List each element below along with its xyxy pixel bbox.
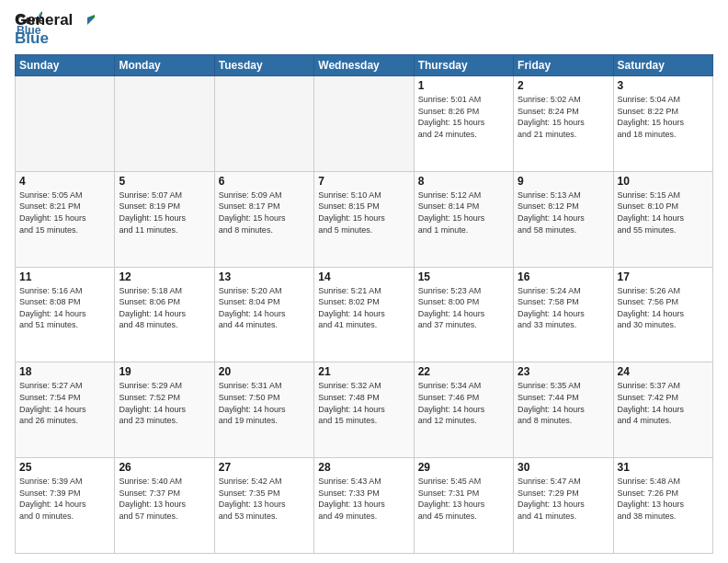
calendar-cell bbox=[16, 76, 115, 172]
day-number: 14 bbox=[318, 270, 409, 283]
calendar-cell: 12Sunrise: 5:18 AM Sunset: 8:06 PM Dayli… bbox=[115, 267, 214, 362]
day-info: Sunrise: 5:26 AM Sunset: 7:56 PM Dayligh… bbox=[618, 285, 709, 331]
calendar-cell: 1Sunrise: 5:01 AM Sunset: 8:26 PM Daylig… bbox=[414, 76, 513, 172]
day-number: 26 bbox=[119, 461, 210, 474]
day-number: 23 bbox=[518, 365, 609, 378]
day-info: Sunrise: 5:10 AM Sunset: 8:15 PM Dayligh… bbox=[318, 190, 409, 236]
day-info: Sunrise: 5:40 AM Sunset: 7:37 PM Dayligh… bbox=[119, 476, 210, 522]
day-number: 12 bbox=[119, 270, 210, 283]
logo-blue: Blue bbox=[15, 29, 73, 48]
day-info: Sunrise: 5:29 AM Sunset: 7:52 PM Dayligh… bbox=[119, 380, 210, 426]
weekday-header-saturday: Saturday bbox=[613, 55, 712, 76]
calendar-cell: 2Sunrise: 5:02 AM Sunset: 8:24 PM Daylig… bbox=[514, 76, 613, 172]
day-info: Sunrise: 5:37 AM Sunset: 7:42 PM Dayligh… bbox=[618, 380, 709, 426]
calendar-cell: 3Sunrise: 5:04 AM Sunset: 8:22 PM Daylig… bbox=[613, 76, 712, 172]
day-number: 11 bbox=[19, 270, 110, 283]
day-info: Sunrise: 5:32 AM Sunset: 7:48 PM Dayligh… bbox=[318, 380, 409, 426]
calendar-cell: 5Sunrise: 5:07 AM Sunset: 8:19 PM Daylig… bbox=[115, 171, 214, 267]
calendar-cell: 29Sunrise: 5:45 AM Sunset: 7:31 PM Dayli… bbox=[414, 458, 513, 554]
day-number: 19 bbox=[119, 365, 210, 378]
weekday-header-tuesday: Tuesday bbox=[214, 55, 313, 76]
day-number: 17 bbox=[618, 270, 709, 283]
header: General Blue General Blue bbox=[15, 11, 713, 47]
day-info: Sunrise: 5:48 AM Sunset: 7:26 PM Dayligh… bbox=[618, 476, 709, 522]
calendar-cell: 17Sunrise: 5:26 AM Sunset: 7:56 PM Dayli… bbox=[613, 267, 712, 362]
day-number: 13 bbox=[219, 270, 310, 283]
day-info: Sunrise: 5:05 AM Sunset: 8:21 PM Dayligh… bbox=[19, 190, 110, 236]
calendar-cell: 15Sunrise: 5:23 AM Sunset: 8:00 PM Dayli… bbox=[414, 267, 513, 362]
calendar-cell: 25Sunrise: 5:39 AM Sunset: 7:39 PM Dayli… bbox=[16, 458, 115, 554]
day-info: Sunrise: 5:34 AM Sunset: 7:46 PM Dayligh… bbox=[418, 380, 509, 426]
calendar-cell: 24Sunrise: 5:37 AM Sunset: 7:42 PM Dayli… bbox=[613, 362, 712, 458]
weekday-header-sunday: Sunday bbox=[16, 55, 115, 76]
page: General Blue General Blue bbox=[0, 0, 728, 563]
day-number: 8 bbox=[418, 175, 509, 188]
day-info: Sunrise: 5:39 AM Sunset: 7:39 PM Dayligh… bbox=[19, 476, 110, 522]
day-info: Sunrise: 5:04 AM Sunset: 8:22 PM Dayligh… bbox=[618, 94, 709, 140]
calendar-cell: 13Sunrise: 5:20 AM Sunset: 8:04 PM Dayli… bbox=[214, 267, 313, 362]
calendar-cell: 10Sunrise: 5:15 AM Sunset: 8:10 PM Dayli… bbox=[613, 171, 712, 267]
calendar-cell bbox=[115, 76, 214, 172]
day-number: 1 bbox=[418, 79, 509, 92]
day-info: Sunrise: 5:31 AM Sunset: 7:50 PM Dayligh… bbox=[219, 380, 310, 426]
calendar-cell: 8Sunrise: 5:12 AM Sunset: 8:14 PM Daylig… bbox=[414, 171, 513, 267]
calendar-cell: 20Sunrise: 5:31 AM Sunset: 7:50 PM Dayli… bbox=[214, 362, 313, 458]
day-info: Sunrise: 5:23 AM Sunset: 8:00 PM Dayligh… bbox=[418, 285, 509, 331]
calendar-week-row: 25Sunrise: 5:39 AM Sunset: 7:39 PM Dayli… bbox=[16, 458, 713, 554]
day-number: 21 bbox=[318, 365, 409, 378]
day-info: Sunrise: 5:01 AM Sunset: 8:26 PM Dayligh… bbox=[418, 94, 509, 140]
day-info: Sunrise: 5:47 AM Sunset: 7:29 PM Dayligh… bbox=[518, 476, 609, 522]
calendar-cell: 23Sunrise: 5:35 AM Sunset: 7:44 PM Dayli… bbox=[514, 362, 613, 458]
day-number: 22 bbox=[418, 365, 509, 378]
day-number: 27 bbox=[219, 461, 310, 474]
weekday-header-friday: Friday bbox=[514, 55, 613, 76]
day-info: Sunrise: 5:07 AM Sunset: 8:19 PM Dayligh… bbox=[119, 190, 210, 236]
logo-bird-icon bbox=[74, 15, 95, 35]
calendar-week-row: 4Sunrise: 5:05 AM Sunset: 8:21 PM Daylig… bbox=[16, 171, 713, 267]
weekday-header-monday: Monday bbox=[115, 55, 214, 76]
calendar-cell: 26Sunrise: 5:40 AM Sunset: 7:37 PM Dayli… bbox=[115, 458, 214, 554]
calendar-cell bbox=[314, 76, 414, 172]
day-number: 15 bbox=[418, 270, 509, 283]
weekday-header-thursday: Thursday bbox=[414, 55, 513, 76]
day-info: Sunrise: 5:20 AM Sunset: 8:04 PM Dayligh… bbox=[219, 285, 310, 331]
day-number: 10 bbox=[618, 175, 709, 188]
weekday-header-wednesday: Wednesday bbox=[314, 55, 414, 76]
day-number: 24 bbox=[618, 365, 709, 378]
calendar-week-row: 18Sunrise: 5:27 AM Sunset: 7:54 PM Dayli… bbox=[16, 362, 713, 458]
day-number: 2 bbox=[518, 79, 609, 92]
day-info: Sunrise: 5:15 AM Sunset: 8:10 PM Dayligh… bbox=[618, 190, 709, 236]
logo: General Blue General Blue bbox=[15, 11, 95, 47]
day-info: Sunrise: 5:21 AM Sunset: 8:02 PM Dayligh… bbox=[318, 285, 409, 331]
day-info: Sunrise: 5:02 AM Sunset: 8:24 PM Dayligh… bbox=[518, 94, 609, 140]
day-number: 3 bbox=[618, 79, 709, 92]
day-number: 31 bbox=[618, 461, 709, 474]
day-number: 30 bbox=[518, 461, 609, 474]
calendar-cell: 31Sunrise: 5:48 AM Sunset: 7:26 PM Dayli… bbox=[613, 458, 712, 554]
svg-marker-5 bbox=[87, 15, 95, 17]
day-info: Sunrise: 5:43 AM Sunset: 7:33 PM Dayligh… bbox=[318, 476, 409, 522]
day-number: 29 bbox=[418, 461, 509, 474]
day-info: Sunrise: 5:27 AM Sunset: 7:54 PM Dayligh… bbox=[19, 380, 110, 426]
calendar-cell: 9Sunrise: 5:13 AM Sunset: 8:12 PM Daylig… bbox=[514, 171, 613, 267]
calendar-cell: 19Sunrise: 5:29 AM Sunset: 7:52 PM Dayli… bbox=[115, 362, 214, 458]
calendar-cell: 30Sunrise: 5:47 AM Sunset: 7:29 PM Dayli… bbox=[514, 458, 613, 554]
day-number: 9 bbox=[518, 175, 609, 188]
day-number: 4 bbox=[19, 175, 110, 188]
calendar-table: SundayMondayTuesdayWednesdayThursdayFrid… bbox=[15, 54, 713, 554]
calendar-cell: 21Sunrise: 5:32 AM Sunset: 7:48 PM Dayli… bbox=[314, 362, 414, 458]
day-number: 20 bbox=[219, 365, 310, 378]
calendar-cell: 22Sunrise: 5:34 AM Sunset: 7:46 PM Dayli… bbox=[414, 362, 513, 458]
calendar-cell: 7Sunrise: 5:10 AM Sunset: 8:15 PM Daylig… bbox=[314, 171, 414, 267]
day-info: Sunrise: 5:35 AM Sunset: 7:44 PM Dayligh… bbox=[518, 380, 609, 426]
day-info: Sunrise: 5:42 AM Sunset: 7:35 PM Dayligh… bbox=[219, 476, 310, 522]
day-number: 18 bbox=[19, 365, 110, 378]
day-info: Sunrise: 5:12 AM Sunset: 8:14 PM Dayligh… bbox=[418, 190, 509, 236]
calendar-cell: 27Sunrise: 5:42 AM Sunset: 7:35 PM Dayli… bbox=[214, 458, 313, 554]
day-info: Sunrise: 5:13 AM Sunset: 8:12 PM Dayligh… bbox=[518, 190, 609, 236]
calendar-week-row: 11Sunrise: 5:16 AM Sunset: 8:08 PM Dayli… bbox=[16, 267, 713, 362]
logo-general: General bbox=[15, 11, 73, 29]
calendar-cell: 18Sunrise: 5:27 AM Sunset: 7:54 PM Dayli… bbox=[16, 362, 115, 458]
calendar-cell: 14Sunrise: 5:21 AM Sunset: 8:02 PM Dayli… bbox=[314, 267, 414, 362]
calendar-cell: 11Sunrise: 5:16 AM Sunset: 8:08 PM Dayli… bbox=[16, 267, 115, 362]
